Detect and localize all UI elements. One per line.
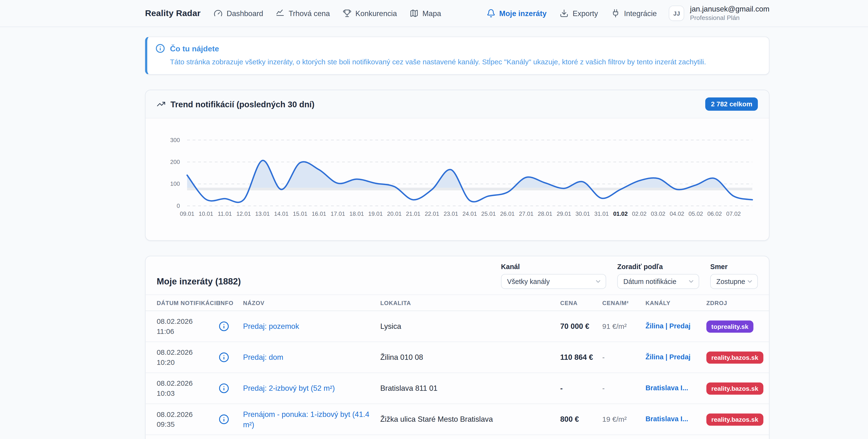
x-axis-tick: 19.01 <box>368 211 383 217</box>
table-row: 08.02.202611:06Predaj: pozemokLysica70 0… <box>146 311 769 342</box>
listing-channels-link[interactable]: Bratislava I... <box>646 383 707 393</box>
x-axis-tick: 07.02 <box>726 211 741 217</box>
table-header: Moje inzeráty (1882) KanálVšetky kanályZ… <box>146 256 769 294</box>
row-info-icon[interactable] <box>219 383 229 394</box>
listing-location: Bratislava 811 01 <box>380 383 560 394</box>
gauge-icon <box>214 9 223 18</box>
x-axis-tick: 01.02 <box>613 211 628 217</box>
trophy-icon <box>343 9 351 18</box>
notification-date: 08.02.2026 <box>157 409 219 419</box>
user-menu[interactable]: JJ jan.janusek@gmail.com Professional Pl… <box>669 5 770 22</box>
x-axis-tick: 28.01 <box>538 211 552 217</box>
column-header: NÁZOV <box>243 300 380 306</box>
download-icon <box>560 9 569 18</box>
notification-date: 08.02.2026 <box>157 347 219 357</box>
filter-selected-value: Dátum notifikácie <box>623 278 677 285</box>
row-info-icon[interactable] <box>219 321 229 332</box>
x-axis-tick: 15.01 <box>293 211 308 217</box>
filter-select-sort[interactable]: Dátum notifikácie <box>617 274 699 289</box>
secondary-nav: Moje inzerátyExportyIntegrácie <box>487 9 657 18</box>
nav-item-label: Moje inzeráty <box>499 9 547 18</box>
listing-price: 70 000 € <box>560 322 602 331</box>
listing-channels-link[interactable]: Žilina | Predaj <box>646 353 707 362</box>
nav-item-dashboard[interactable]: Dashboard <box>214 9 263 18</box>
chart-total-badge: 2 782 celkom <box>706 97 758 111</box>
source-badge[interactable]: topreality.sk <box>707 320 753 333</box>
nav-item-trhova-cena[interactable]: Trhová cena <box>276 9 330 18</box>
avatar[interactable]: JJ <box>669 5 685 21</box>
x-axis-tick: 26.01 <box>500 211 515 217</box>
nav-item-label: Trhová cena <box>288 9 330 18</box>
x-axis-tick: 23.01 <box>443 211 458 217</box>
source-badge[interactable]: reality.bazos.sk <box>707 413 763 426</box>
x-axis-tick: 04.02 <box>670 211 684 217</box>
listing-price-per-m2: 19 €/m² <box>602 415 646 424</box>
x-axis-tick: 24.01 <box>462 211 477 217</box>
nav-item-label: Mapa <box>423 9 441 18</box>
user-plan: Professional Plán <box>690 14 770 22</box>
listing-price-per-m2: 91 €/m² <box>602 322 646 331</box>
x-axis-tick: 25.01 <box>481 211 496 217</box>
notification-date: 08.02.2026 <box>157 378 219 388</box>
x-axis-tick: 30.01 <box>576 211 590 217</box>
filter-select-kanal[interactable]: Všetky kanály <box>501 274 606 289</box>
source-badge[interactable]: reality.bazos.sk <box>707 351 763 364</box>
filter-kanal: KanálVšetky kanály <box>501 263 606 289</box>
row-info-icon[interactable] <box>219 352 229 363</box>
listing-channels-link[interactable]: Bratislava I... <box>646 414 707 424</box>
user-meta: jan.janusek@gmail.com Professional Plán <box>690 5 770 22</box>
x-axis-tick: 10.01 <box>199 211 213 217</box>
nav-item-exporty[interactable]: Exporty <box>560 9 598 18</box>
column-header: CENA/M² <box>602 300 646 306</box>
listing-name-link[interactable]: Predaj: 2-izbový byt (52 m²) <box>243 383 380 394</box>
table-row: 08.02.2026Predaj: pozemokŽilina 010 0110… <box>146 435 769 439</box>
nav-item-label: Integrácie <box>624 9 657 18</box>
row-info <box>219 414 243 425</box>
listing-name-link[interactable]: Prenájom - ponuka: 1-izbový byt (41.4 m²… <box>243 409 380 430</box>
listing-name-link[interactable]: Predaj: dom <box>243 352 380 363</box>
listing-price-per-m2: - <box>602 384 646 393</box>
row-info <box>219 352 243 363</box>
nav-item-moje-inzeraty[interactable]: Moje inzeráty <box>487 9 547 18</box>
column-header: DÁTUM NOTIFIKÁCIE <box>157 300 219 306</box>
nav-item-label: Konkurencia <box>355 9 397 18</box>
x-axis-tick: 03.02 <box>651 211 665 217</box>
brand[interactable]: Reality Radar <box>145 8 200 19</box>
chart-body: 010020030009.0110.0111.0112.0113.0114.01… <box>146 119 769 240</box>
listing-name-link[interactable]: Predaj: pozemok <box>243 321 380 332</box>
notification-datetime: 08.02.202610:03 <box>157 378 219 398</box>
nav-item-mapa[interactable]: Mapa <box>410 9 441 18</box>
plug-icon <box>611 9 620 18</box>
listing-price-per-m2: - <box>602 353 646 362</box>
info-banner-text: Táto stránka zobrazuje všetky inzeráty, … <box>170 56 758 67</box>
listing-price: 110 864 € <box>560 353 602 362</box>
nav-item-integracie[interactable]: Integrácie <box>611 9 657 18</box>
listing-source: reality.bazos.sk <box>707 382 763 394</box>
source-badge[interactable]: reality.bazos.sk <box>707 382 763 394</box>
x-axis-tick: 31.01 <box>594 211 609 217</box>
filter-dir: SmerZostupne <box>710 263 758 289</box>
nav-item-konkurencia[interactable]: Konkurencia <box>343 9 397 18</box>
column-header: INFO <box>219 300 243 306</box>
main-content: Čo tu nájdete Táto stránka zobrazuje vše… <box>145 36 769 439</box>
chevron-down-icon <box>746 278 753 285</box>
column-header: LOKALITA <box>380 300 560 306</box>
chevron-down-icon <box>687 278 695 285</box>
table-row: 08.02.202609:35Prenájom - ponuka: 1-izbo… <box>146 404 769 435</box>
y-axis-tick: 100 <box>170 181 180 187</box>
listing-channels-link[interactable]: Žilina | Predaj <box>646 322 707 331</box>
chevron-down-icon <box>595 278 602 285</box>
row-info-icon[interactable] <box>219 414 229 425</box>
x-axis-tick: 13.01 <box>255 211 270 217</box>
column-header: CENA <box>560 300 602 306</box>
notification-time: 10:03 <box>157 388 219 399</box>
x-axis-tick: 18.01 <box>349 211 364 217</box>
top-nav: Reality Radar DashboardTrhová cenaKonkur… <box>0 0 868 27</box>
notification-datetime: 08.02.202609:35 <box>157 409 219 429</box>
area-fill <box>187 160 752 206</box>
listing-location: Lysica <box>380 321 560 332</box>
x-axis-tick: 02.02 <box>632 211 647 217</box>
filter-select-dir[interactable]: Zostupne <box>710 274 758 289</box>
x-axis-tick: 20.01 <box>387 211 402 217</box>
trending-up-icon <box>157 100 166 108</box>
